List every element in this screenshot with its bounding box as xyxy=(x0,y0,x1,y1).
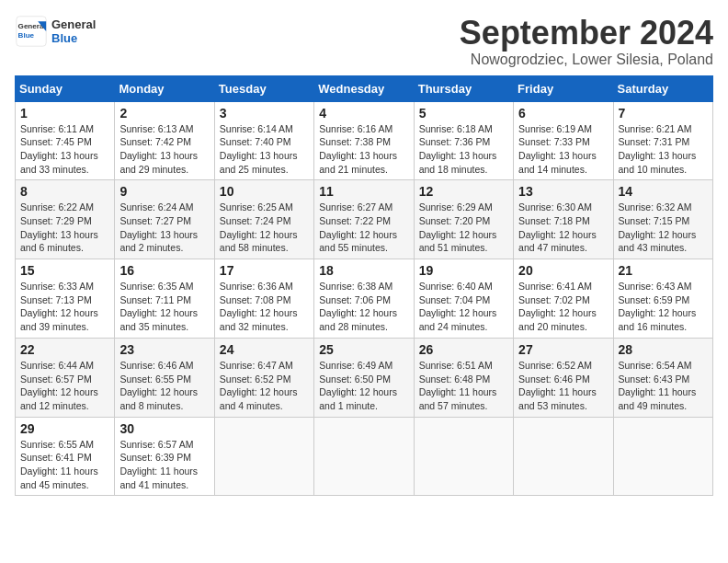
day-info: Sunrise: 6:57 AM Sunset: 6:39 PM Dayligh… xyxy=(119,438,209,492)
day-number: 20 xyxy=(518,263,608,278)
day-info: Sunrise: 6:29 AM Sunset: 7:20 PM Dayligh… xyxy=(419,201,508,255)
day-info: Sunrise: 6:11 AM Sunset: 7:45 PM Dayligh… xyxy=(20,122,109,177)
day-number: 17 xyxy=(220,263,309,278)
day-info: Sunrise: 6:30 AM Sunset: 7:18 PM Dayligh… xyxy=(518,201,608,255)
calendar-cell: 13Sunrise: 6:30 AM Sunset: 7:18 PM Dayli… xyxy=(514,180,613,259)
day-number: 15 xyxy=(20,263,109,278)
calendar-cell: 10Sunrise: 6:25 AM Sunset: 7:24 PM Dayli… xyxy=(214,180,313,259)
day-info: Sunrise: 6:46 AM Sunset: 6:55 PM Dayligh… xyxy=(119,359,209,413)
calendar-cell: 16Sunrise: 6:35 AM Sunset: 7:11 PM Dayli… xyxy=(115,259,214,339)
month-title: September 2024 xyxy=(460,15,713,52)
calendar-cell: 21Sunrise: 6:43 AM Sunset: 6:59 PM Dayli… xyxy=(613,259,712,339)
day-info: Sunrise: 6:24 AM Sunset: 7:27 PM Dayligh… xyxy=(119,201,209,255)
day-number: 9 xyxy=(119,184,209,199)
calendar-cell: 14Sunrise: 6:32 AM Sunset: 7:15 PM Dayli… xyxy=(613,180,712,259)
svg-text:Blue: Blue xyxy=(18,31,35,40)
day-number: 7 xyxy=(619,106,708,121)
day-number: 29 xyxy=(20,421,109,436)
calendar-cell: 17Sunrise: 6:36 AM Sunset: 7:08 PM Dayli… xyxy=(214,259,313,339)
calendar-cell: 29Sunrise: 6:55 AM Sunset: 6:41 PM Dayli… xyxy=(16,417,115,496)
weekday-header-saturday: Saturday xyxy=(613,75,712,101)
calendar-cell xyxy=(214,417,313,496)
day-info: Sunrise: 6:16 AM Sunset: 7:38 PM Dayligh… xyxy=(319,122,408,177)
day-number: 1 xyxy=(20,106,109,121)
calendar-cell: 20Sunrise: 6:41 AM Sunset: 7:02 PM Dayli… xyxy=(514,259,613,339)
day-number: 19 xyxy=(419,263,508,278)
calendar-cell: 9Sunrise: 6:24 AM Sunset: 7:27 PM Daylig… xyxy=(115,180,214,259)
week-row-1: 1Sunrise: 6:11 AM Sunset: 7:45 PM Daylig… xyxy=(16,101,713,180)
week-row-2: 8Sunrise: 6:22 AM Sunset: 7:29 PM Daylig… xyxy=(16,180,713,259)
logo-icon: General Blue xyxy=(15,15,48,48)
day-number: 8 xyxy=(20,184,109,199)
logo-blue-text: Blue xyxy=(51,31,96,45)
day-number: 12 xyxy=(419,184,508,199)
title-area: September 2024 Nowogrodziec, Lower Siles… xyxy=(460,15,713,68)
calendar-cell: 15Sunrise: 6:33 AM Sunset: 7:13 PM Dayli… xyxy=(16,259,115,339)
day-number: 22 xyxy=(20,342,109,357)
week-row-5: 29Sunrise: 6:55 AM Sunset: 6:41 PM Dayli… xyxy=(16,417,713,496)
logo: General Blue General Blue xyxy=(15,15,96,48)
week-row-3: 15Sunrise: 6:33 AM Sunset: 7:13 PM Dayli… xyxy=(16,259,713,339)
day-number: 30 xyxy=(119,421,209,436)
day-number: 24 xyxy=(220,342,309,357)
day-info: Sunrise: 6:32 AM Sunset: 7:15 PM Dayligh… xyxy=(619,201,708,255)
day-number: 2 xyxy=(119,106,209,121)
day-info: Sunrise: 6:19 AM Sunset: 7:33 PM Dayligh… xyxy=(518,122,608,177)
calendar-cell: 7Sunrise: 6:21 AM Sunset: 7:31 PM Daylig… xyxy=(613,101,712,180)
calendar-cell: 25Sunrise: 6:49 AM Sunset: 6:50 PM Dayli… xyxy=(314,338,414,417)
day-number: 23 xyxy=(119,342,209,357)
weekday-header-friday: Friday xyxy=(514,75,613,101)
location-title: Nowogrodziec, Lower Silesia, Poland xyxy=(460,52,713,68)
day-info: Sunrise: 6:14 AM Sunset: 7:40 PM Dayligh… xyxy=(220,122,309,177)
day-info: Sunrise: 6:54 AM Sunset: 6:43 PM Dayligh… xyxy=(619,359,708,413)
day-info: Sunrise: 6:43 AM Sunset: 6:59 PM Dayligh… xyxy=(619,280,708,334)
day-number: 16 xyxy=(119,263,209,278)
day-number: 5 xyxy=(419,106,508,121)
day-info: Sunrise: 6:47 AM Sunset: 6:52 PM Dayligh… xyxy=(220,359,309,413)
day-number: 4 xyxy=(319,106,408,121)
day-info: Sunrise: 6:18 AM Sunset: 7:36 PM Dayligh… xyxy=(419,122,508,177)
calendar-cell: 12Sunrise: 6:29 AM Sunset: 7:20 PM Dayli… xyxy=(414,180,513,259)
day-number: 11 xyxy=(319,184,408,199)
calendar-cell: 27Sunrise: 6:52 AM Sunset: 6:46 PM Dayli… xyxy=(514,338,613,417)
calendar-cell: 6Sunrise: 6:19 AM Sunset: 7:33 PM Daylig… xyxy=(514,101,613,180)
day-info: Sunrise: 6:13 AM Sunset: 7:42 PM Dayligh… xyxy=(119,122,209,177)
day-info: Sunrise: 6:40 AM Sunset: 7:04 PM Dayligh… xyxy=(419,280,508,334)
day-number: 26 xyxy=(419,342,508,357)
calendar-cell xyxy=(314,417,414,496)
calendar-cell xyxy=(514,417,613,496)
calendar-cell: 8Sunrise: 6:22 AM Sunset: 7:29 PM Daylig… xyxy=(16,180,115,259)
day-number: 10 xyxy=(220,184,309,199)
weekday-header-row: SundayMondayTuesdayWednesdayThursdayFrid… xyxy=(16,75,713,101)
calendar-cell: 18Sunrise: 6:38 AM Sunset: 7:06 PM Dayli… xyxy=(314,259,414,339)
day-number: 3 xyxy=(220,106,309,121)
calendar-cell: 5Sunrise: 6:18 AM Sunset: 7:36 PM Daylig… xyxy=(414,101,513,180)
day-info: Sunrise: 6:52 AM Sunset: 6:46 PM Dayligh… xyxy=(518,359,608,413)
calendar-cell: 19Sunrise: 6:40 AM Sunset: 7:04 PM Dayli… xyxy=(414,259,513,339)
calendar-cell: 28Sunrise: 6:54 AM Sunset: 6:43 PM Dayli… xyxy=(613,338,712,417)
calendar-cell xyxy=(613,417,712,496)
weekday-header-sunday: Sunday xyxy=(16,75,115,101)
weekday-header-wednesday: Wednesday xyxy=(314,75,414,101)
day-info: Sunrise: 6:22 AM Sunset: 7:29 PM Dayligh… xyxy=(20,201,109,255)
day-info: Sunrise: 6:21 AM Sunset: 7:31 PM Dayligh… xyxy=(619,122,708,177)
calendar-cell: 4Sunrise: 6:16 AM Sunset: 7:38 PM Daylig… xyxy=(314,101,414,180)
weekday-header-monday: Monday xyxy=(115,75,214,101)
calendar-cell: 30Sunrise: 6:57 AM Sunset: 6:39 PM Dayli… xyxy=(115,417,214,496)
weekday-header-thursday: Thursday xyxy=(414,75,513,101)
calendar-cell: 3Sunrise: 6:14 AM Sunset: 7:40 PM Daylig… xyxy=(214,101,313,180)
calendar-cell: 1Sunrise: 6:11 AM Sunset: 7:45 PM Daylig… xyxy=(16,101,115,180)
day-number: 28 xyxy=(619,342,708,357)
calendar-table: SundayMondayTuesdayWednesdayThursdayFrid… xyxy=(15,75,713,497)
day-info: Sunrise: 6:36 AM Sunset: 7:08 PM Dayligh… xyxy=(220,280,309,334)
day-number: 13 xyxy=(518,184,608,199)
calendar-cell xyxy=(414,417,513,496)
day-number: 25 xyxy=(319,342,408,357)
day-info: Sunrise: 6:51 AM Sunset: 6:48 PM Dayligh… xyxy=(419,359,508,413)
day-number: 6 xyxy=(518,106,608,121)
logo-general-text: General xyxy=(51,17,96,31)
week-row-4: 22Sunrise: 6:44 AM Sunset: 6:57 PM Dayli… xyxy=(16,338,713,417)
day-info: Sunrise: 6:25 AM Sunset: 7:24 PM Dayligh… xyxy=(220,201,309,255)
day-info: Sunrise: 6:49 AM Sunset: 6:50 PM Dayligh… xyxy=(319,359,408,413)
day-info: Sunrise: 6:55 AM Sunset: 6:41 PM Dayligh… xyxy=(20,438,109,492)
